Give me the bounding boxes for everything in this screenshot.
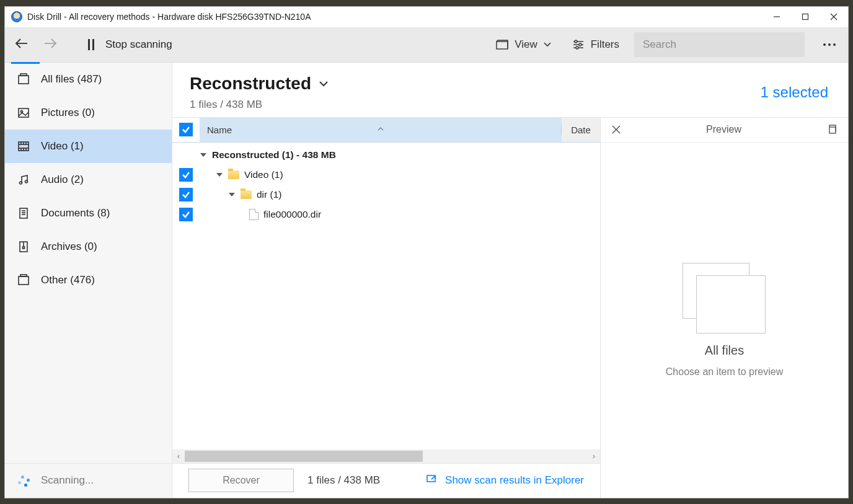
sidebar-item-video[interactable]: Video (1)	[5, 130, 172, 163]
svg-point-10	[575, 40, 577, 43]
preview-hint: Choose an item to preview	[666, 366, 783, 378]
close-button[interactable]	[820, 6, 848, 27]
recover-label: Recover	[223, 475, 260, 486]
caret-down-icon[interactable]	[228, 192, 236, 198]
sidebar-item-archives[interactable]: Archives (0)	[5, 230, 172, 263]
scan-status: Scanning...	[5, 463, 172, 498]
scroll-thumb[interactable]	[185, 451, 423, 462]
caret-down-icon[interactable]	[216, 172, 223, 178]
stop-scanning-button[interactable]: Stop scanning	[88, 38, 172, 51]
column-date-label: Date	[571, 125, 591, 135]
column-name[interactable]: Name	[200, 125, 562, 135]
maximize-button[interactable]	[791, 6, 820, 27]
sidebar-item-documents[interactable]: Documents (8)	[5, 197, 172, 230]
sort-asc-icon	[378, 127, 384, 131]
horizontal-scrollbar[interactable]: ‹ ›	[172, 449, 600, 463]
tree-group-label: Reconstructed (1) - 438 MB	[212, 149, 336, 161]
window-title: Disk Drill - All recovery methods - Hard…	[27, 12, 311, 22]
sidebar-item-label: All files (487)	[41, 73, 102, 86]
select-all-checkbox[interactable]	[179, 123, 193, 136]
title-bar: Disk Drill - All recovery methods - Hard…	[5, 7, 848, 28]
svg-line-41	[431, 476, 435, 479]
svg-rect-6	[497, 42, 508, 49]
column-date[interactable]: Date	[562, 118, 600, 142]
minimize-button[interactable]	[762, 6, 791, 27]
selection-count[interactable]: 1 selected	[761, 84, 828, 101]
sidebar-item-pictures[interactable]: Pictures (0)	[5, 96, 172, 130]
svg-rect-40	[427, 475, 435, 482]
more-button[interactable]	[817, 43, 842, 46]
sidebar-item-label: Documents (8)	[41, 207, 110, 219]
breadcrumb-dropdown[interactable]: Reconstructed	[190, 74, 329, 94]
svg-point-12	[576, 46, 578, 49]
scan-status-label: Scanning...	[41, 474, 94, 487]
main-pane: Reconstructed 1 files / 438 MB 1 selecte…	[172, 63, 848, 498]
svg-rect-35	[19, 276, 29, 285]
file-tree: Reconstructed (1) - 438 MB Video (1)	[172, 143, 600, 449]
row-checkbox[interactable]	[179, 188, 193, 201]
file-icon	[249, 209, 259, 220]
sidebar-item-audio[interactable]: Audio (2)	[5, 163, 172, 197]
row-checkbox[interactable]	[179, 168, 193, 182]
tree-folder-label: Video (1)	[244, 169, 283, 180]
page-title: Reconstructed	[190, 74, 311, 94]
filters-button[interactable]: Filters	[566, 38, 625, 51]
sidebar-item-all-files[interactable]: All files (487)	[5, 63, 172, 96]
svg-rect-34	[23, 247, 25, 249]
forward-button[interactable]	[43, 38, 57, 51]
sidebar-item-label: Audio (2)	[41, 174, 84, 186]
svg-rect-1	[803, 14, 808, 20]
footer-count: 1 files / 438 MB	[307, 474, 380, 487]
tree-folder-label: dir (1)	[257, 189, 281, 200]
tree-file-label: file000000.dir	[263, 209, 321, 220]
row-checkbox[interactable]	[179, 208, 193, 221]
svg-rect-36	[20, 275, 27, 276]
filters-label: Filters	[591, 38, 619, 51]
svg-marker-39	[229, 193, 235, 197]
app-window: Disk Drill - All recovery methods - Hard…	[5, 7, 848, 498]
svg-rect-14	[20, 74, 27, 76]
file-count-summary: 1 files / 438 MB	[190, 99, 329, 111]
column-name-label: Name	[207, 125, 232, 135]
svg-point-26	[20, 182, 22, 184]
sidebar-item-label: Other (476)	[41, 274, 95, 286]
tree-folder-row[interactable]: dir (1)	[172, 185, 600, 205]
stop-scanning-label: Stop scanning	[105, 38, 172, 51]
preview-title: Preview	[621, 124, 827, 135]
app-icon	[11, 11, 22, 22]
show-in-explorer-label: Show scan results in Explorer	[445, 474, 584, 487]
chevron-down-icon	[544, 42, 551, 47]
svg-rect-28	[20, 208, 27, 218]
svg-point-11	[579, 43, 581, 46]
folder-icon	[241, 190, 252, 199]
spinner-icon	[17, 474, 31, 487]
pause-icon	[88, 39, 94, 50]
active-tab-indicator	[11, 62, 40, 64]
view-label: View	[515, 38, 537, 51]
view-dropdown[interactable]: View	[490, 38, 557, 51]
close-preview-button[interactable]	[612, 125, 621, 134]
sidebar: All files (487) Pictures (0) Video (1) A…	[5, 63, 172, 498]
toolbar: Stop scanning View Filters	[5, 28, 848, 63]
scroll-left-button[interactable]: ‹	[172, 452, 185, 461]
svg-marker-38	[216, 173, 223, 177]
svg-point-27	[25, 180, 28, 183]
sidebar-item-other[interactable]: Other (476)	[5, 263, 172, 297]
chevron-down-icon	[319, 81, 329, 87]
sidebar-item-label: Pictures (0)	[41, 107, 95, 119]
tree-file-row[interactable]: file000000.dir	[172, 205, 600, 224]
show-in-explorer-link[interactable]: Show scan results in Explorer	[427, 474, 584, 487]
column-header-row: Name Date	[172, 118, 600, 143]
back-button[interactable]	[15, 38, 29, 51]
svg-rect-44	[829, 127, 836, 133]
preview-placeholder-icon	[683, 263, 767, 335]
copy-icon[interactable]	[827, 125, 837, 135]
tree-folder-row[interactable]: Video (1)	[172, 165, 600, 185]
tree-group-row[interactable]: Reconstructed (1) - 438 MB	[172, 145, 600, 165]
search-field[interactable]	[634, 32, 805, 57]
scroll-right-button[interactable]: ›	[588, 452, 600, 461]
recover-button[interactable]: Recover	[188, 469, 294, 492]
search-input[interactable]	[643, 38, 796, 51]
open-external-icon	[427, 475, 438, 485]
caret-down-icon[interactable]	[200, 152, 207, 158]
